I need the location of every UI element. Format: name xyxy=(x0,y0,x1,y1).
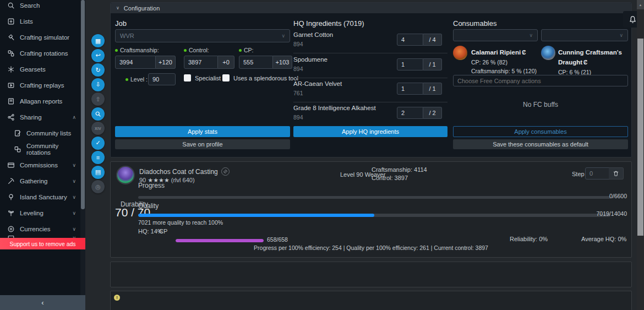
replay-icon xyxy=(7,81,15,89)
hq-symbol-icon: Ȼ xyxy=(522,50,526,56)
drink-select[interactable]: ∨ xyxy=(541,29,628,41)
required-marker-icon xyxy=(115,49,118,52)
sidebar-scrollbar-thumb[interactable] xyxy=(81,0,85,209)
steps-list-button[interactable]: ≡ xyxy=(91,151,105,164)
drink-icon xyxy=(541,46,555,60)
splendorous-checkbox[interactable] xyxy=(222,74,230,81)
level-label: Level : xyxy=(125,76,148,83)
media-button[interactable]: ▤ xyxy=(91,166,105,179)
ingredient-qty-input[interactable] xyxy=(397,34,423,46)
sidebar-item-crafting-simulator[interactable]: Crafting simulator xyxy=(0,29,80,45)
craftsmanship-bonus-input[interactable] xyxy=(156,56,176,69)
quality-hint: 7021 more quality to reach 100% xyxy=(138,219,223,226)
specialist-checkbox[interactable] xyxy=(184,74,191,81)
sidebar-scrollbar[interactable] xyxy=(80,0,85,310)
cp-input[interactable] xyxy=(239,56,273,69)
preview-button[interactable] xyxy=(91,107,105,121)
apply-hq-ingredients-button[interactable]: Apply HQ ingredients xyxy=(293,126,447,137)
level-input[interactable] xyxy=(148,73,176,85)
free-company-actions-input[interactable] xyxy=(453,75,628,86)
info-icon: ! xyxy=(114,295,120,301)
ingredient-id: 894 xyxy=(293,41,303,47)
xiv-link-button[interactable]: XIV xyxy=(91,122,105,135)
job-select[interactable]: WVR ∨ xyxy=(115,29,290,42)
sidebar-item-lists[interactable]: Lists xyxy=(0,13,80,29)
cp-value: 658/658 xyxy=(267,236,288,243)
scroll-up-arrow[interactable]: ▲ xyxy=(637,0,644,9)
page-scrollbar[interactable]: ▲ xyxy=(637,0,644,310)
sidebar-item-partial[interactable]: ∨ xyxy=(0,231,80,238)
sidebar-item-label: Lists xyxy=(20,18,33,25)
export-button[interactable]: ⇧ xyxy=(91,93,105,106)
report-book-icon xyxy=(7,97,15,105)
sidebar-item-gearsets[interactable]: Gearsets xyxy=(0,61,80,77)
hq-ingredient-row: Grade 8 Intelligence Alkahest 894 / 2 xyxy=(293,102,447,127)
sidebar-item-label: Allagan reports xyxy=(20,98,62,105)
ingredient-max: / 1 xyxy=(423,83,442,95)
control-input[interactable] xyxy=(184,56,218,69)
sidebar-item-leveling[interactable]: Leveling ∨ xyxy=(0,205,80,221)
consumables-section-title: Consumables xyxy=(453,19,497,28)
reset-button[interactable]: ↻ xyxy=(91,63,105,77)
asterisk-icon xyxy=(7,65,15,73)
sidebar-item-gathering[interactable]: Gathering ∨ xyxy=(0,173,80,189)
sidebar-item-island-sanctuary[interactable]: Island Sanctuary ∨ xyxy=(0,189,80,205)
ingredient-qty-input[interactable] xyxy=(397,107,423,119)
apply-stats-button[interactable]: Apply stats xyxy=(115,126,290,137)
sidebar-item-search[interactable]: Search xyxy=(0,0,80,13)
sidebar: Search Lists Crafting simulator Crafting… xyxy=(0,0,85,310)
validate-button[interactable]: ✓ xyxy=(91,137,105,150)
ingredient-name: Spodumene xyxy=(293,56,328,63)
step-input[interactable] xyxy=(585,167,609,180)
apply-consumables-button[interactable]: Apply consumables xyxy=(453,126,628,137)
progress-bar xyxy=(138,196,610,199)
required-marker-icon xyxy=(125,78,128,81)
item-link-button[interactable] xyxy=(221,167,230,176)
ingredient-max: / 2 xyxy=(423,107,442,119)
cp-bar xyxy=(176,239,264,242)
sidebar-collapse-button[interactable]: ‹ xyxy=(0,295,85,310)
community-rotation-icon xyxy=(13,145,21,153)
sidebar-item-sharing[interactable]: Sharing ∧ xyxy=(0,109,80,125)
location-button[interactable]: ◎ xyxy=(91,180,105,193)
import-button[interactable]: ⇩ xyxy=(91,78,105,91)
sidebar-item-allagan-reports[interactable]: Allagan reports xyxy=(0,93,80,109)
undo-button[interactable]: ↩ xyxy=(91,49,105,62)
cp-bonus-input[interactable] xyxy=(273,56,292,69)
ad-banner[interactable]: Support us to remove ads xyxy=(0,238,85,249)
page-scrollbar-thumb[interactable] xyxy=(637,39,643,236)
ingredient-qty-input[interactable] xyxy=(397,83,423,95)
craftsmanship-input[interactable] xyxy=(115,56,156,69)
reset-steps-button[interactable] xyxy=(609,167,624,180)
chevron-down-icon: ∨ xyxy=(116,6,119,10)
drink-name: Cunning Craftsman's Draught xyxy=(558,49,622,66)
stats-block: Craftsmanship: 4114 Control: 3897 xyxy=(372,166,427,181)
sidebar-item-crafting-replays[interactable]: Crafting replays xyxy=(0,77,80,93)
ingredient-qty-input[interactable] xyxy=(397,58,423,70)
specialist-label: Specialist xyxy=(195,75,221,81)
rotation-panel-button[interactable]: ▦ xyxy=(91,34,105,47)
quality-bar xyxy=(138,214,610,217)
step-label: Step xyxy=(572,171,585,177)
specialist-checkbox-row: Specialist xyxy=(184,74,221,81)
sidebar-item-crafting-rotations[interactable]: Crafting rotations xyxy=(0,45,80,61)
configuration-header[interactable]: ∨ Configuration xyxy=(111,3,631,13)
cp-label: CP: xyxy=(239,47,254,53)
splendorous-label: Uses a splendorous tool xyxy=(233,75,298,81)
food-select[interactable]: ∨ xyxy=(453,29,538,41)
sidebar-item-label: Community rotations xyxy=(26,143,80,156)
required-marker-icon xyxy=(239,49,242,52)
pickaxe-icon xyxy=(7,177,15,185)
chevron-down-icon: ∨ xyxy=(72,194,76,200)
sidebar-item-commissions[interactable]: Commissions ∨ xyxy=(0,157,80,173)
save-consumables-default-button[interactable]: Save these consumables as default xyxy=(453,139,628,149)
chevron-down-icon: ∨ xyxy=(72,226,76,232)
sidebar-item-community-lists[interactable]: Community lists xyxy=(0,125,80,141)
chevron-left-icon: ‹ xyxy=(41,298,43,307)
sidebar-item-community-rotations[interactable]: Community rotations xyxy=(0,141,80,157)
control-bonus-input[interactable] xyxy=(218,56,234,69)
ingredient-id: 894 xyxy=(293,114,303,121)
image-icon: ▤ xyxy=(95,168,101,176)
food-cp-bonus: CP: 26 % (82) xyxy=(471,59,543,66)
save-on-profile-button[interactable]: Save on profile xyxy=(115,139,290,149)
